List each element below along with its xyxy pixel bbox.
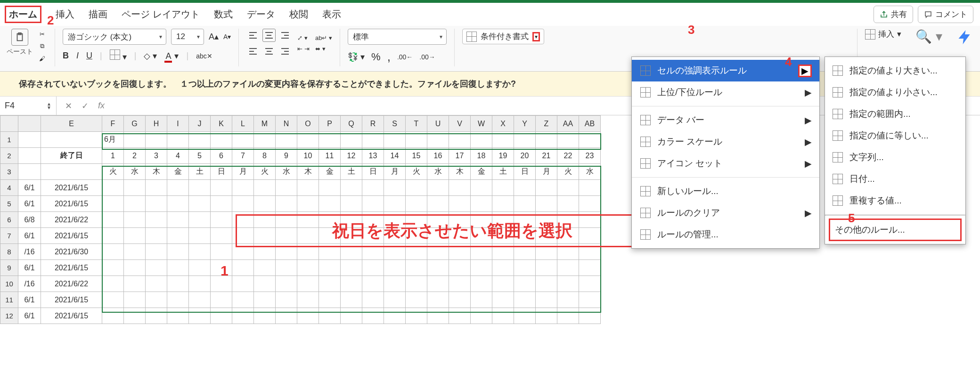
tab-formulas[interactable]: 数式 [214, 8, 233, 21]
row-header[interactable]: 7 [0, 228, 18, 244]
conditional-formatting-dropdown-arrow[interactable]: ▾ [532, 32, 540, 41]
row-header[interactable]: 1 [0, 132, 18, 148]
column-header[interactable]: F [102, 116, 124, 132]
cf-manage-rules[interactable]: ルールの管理... [632, 224, 819, 245]
formula-confirm-icon[interactable]: ✓ [82, 101, 89, 111]
font-size-select[interactable]: 12 [171, 29, 204, 45]
hl-text-contains[interactable]: 文字列... [825, 146, 965, 168]
conditional-formatting-button[interactable]: 条件付き書式 ▾ [462, 29, 544, 44]
copy-icon[interactable]: ⧉ [37, 41, 47, 51]
tab-view[interactable]: 表示 [322, 8, 341, 21]
column-header[interactable]: O [297, 116, 319, 132]
row-header[interactable]: 8 [0, 244, 18, 260]
cf-new-rule[interactable]: 新しいルール... [632, 180, 819, 202]
increase-decimal-button[interactable]: .00← [397, 53, 413, 61]
row-header[interactable]: 3 [0, 164, 18, 180]
column-header[interactable]: N [276, 116, 297, 132]
fx-icon[interactable]: fx [98, 101, 105, 111]
hl-duplicate-values[interactable]: 重複する値... [825, 190, 965, 211]
format-painter-icon[interactable]: 🖌 [37, 53, 47, 64]
hl-more-rules[interactable]: その他のルール... [829, 219, 962, 241]
find-select-button[interactable]: 🔍 ▾ [915, 29, 942, 44]
tab-review[interactable]: 校閲 [289, 8, 308, 21]
column-header[interactable]: AB [579, 116, 601, 132]
italic-button[interactable]: I [76, 51, 79, 61]
column-header[interactable]: E [41, 116, 102, 132]
select-all-corner[interactable] [0, 116, 18, 132]
column-header[interactable]: P [319, 116, 341, 132]
cf-top-bottom-rules[interactable]: 上位/下位ルール▶ [632, 81, 819, 103]
cf-data-bars[interactable]: データ バー▶ [632, 109, 819, 131]
increase-font-icon[interactable]: A▴ [209, 32, 219, 42]
clear-format-button[interactable]: abc✕ [196, 52, 212, 60]
cf-clear-rules[interactable]: ルールのクリア▶ [632, 202, 819, 224]
column-header[interactable]: J [189, 116, 211, 132]
border-button[interactable]: ▾ [110, 49, 127, 62]
column-header[interactable]: W [471, 116, 492, 132]
column-header[interactable]: M [254, 116, 276, 132]
column-header[interactable]: Z [536, 116, 557, 132]
cf-icon-sets[interactable]: アイコン セット▶ [632, 153, 819, 174]
number-format-select[interactable]: 標準 [348, 29, 447, 45]
share-button[interactable]: 共有 [874, 6, 913, 23]
tab-page-layout[interactable]: ページ レイアウト [122, 8, 200, 21]
hl-less-than[interactable]: 指定の値より小さい... [825, 81, 965, 103]
bold-button[interactable]: B [63, 51, 69, 61]
formula-cancel-icon[interactable]: ✕ [65, 101, 72, 111]
wrap-text-button[interactable]: ab↵ ▾ [315, 34, 332, 41]
row-header[interactable]: 10 [0, 276, 18, 292]
decrease-font-icon[interactable]: A▾ [223, 33, 231, 41]
column-header[interactable]: T [406, 116, 427, 132]
comment-button[interactable]: コメント [918, 6, 973, 23]
font-name-select[interactable]: 游ゴシック (本文) [63, 29, 166, 45]
cell[interactable]: 6月 [102, 132, 124, 148]
hl-date-occurring[interactable]: 日付... [825, 168, 965, 190]
column-header[interactable]: I [167, 116, 189, 132]
tab-data[interactable]: データ [247, 8, 275, 21]
fill-color-button[interactable]: ◇ ▾ [144, 51, 157, 61]
column-header[interactable]: H [146, 116, 167, 132]
font-color-button[interactable]: A ▾ [164, 51, 179, 61]
hl-between[interactable]: 指定の範囲内... [825, 103, 965, 125]
column-header[interactable] [18, 116, 41, 132]
column-header[interactable]: G [124, 116, 146, 132]
column-header[interactable]: Q [341, 116, 362, 132]
tab-draw[interactable]: 描画 [89, 8, 107, 21]
row-header[interactable]: 5 [0, 196, 18, 212]
tab-home[interactable]: ホーム [5, 6, 41, 23]
cf-highlight-rules[interactable]: セルの強調表示ルール ▶ [632, 60, 819, 81]
tab-insert[interactable]: 挿入 [56, 8, 74, 21]
column-header[interactable]: U [427, 116, 449, 132]
column-header[interactable]: Y [514, 116, 536, 132]
indent-buttons[interactable]: ⇤ ⇥ [297, 45, 310, 52]
ribbon-insert-button[interactable]: 挿入 ▾ [865, 29, 901, 40]
row-header[interactable]: 2 [0, 148, 18, 164]
spreadsheet-grid[interactable]: EFGHIJKLMNOPQRSTUVWXYZAAAB 16月2終了日123456… [0, 115, 601, 324]
currency-button[interactable]: 💱 ▾ [348, 52, 365, 62]
name-box[interactable]: F4 ▲▼ [0, 97, 57, 115]
column-header[interactable]: L [232, 116, 254, 132]
row-header[interactable]: 4 [0, 180, 18, 196]
row-header[interactable]: 9 [0, 260, 18, 276]
row-header[interactable]: 11 [0, 292, 18, 308]
row-header[interactable]: 6 [0, 212, 18, 228]
decrease-decimal-button[interactable]: .00→ [419, 53, 435, 61]
cf-color-scales[interactable]: カラー スケール▶ [632, 131, 819, 153]
percent-button[interactable]: % [371, 51, 381, 63]
merge-button[interactable]: ⬌ ▾ [315, 45, 332, 52]
hl-equal-to[interactable]: 指定の値に等しい... [825, 125, 965, 146]
comma-button[interactable]: , [387, 49, 391, 64]
hl-greater-than[interactable]: 指定の値より大きい... [825, 60, 965, 81]
row-header[interactable]: 12 [0, 308, 18, 324]
end-date-header[interactable]: 終了日 [41, 148, 102, 164]
column-header[interactable]: AA [557, 116, 579, 132]
column-header[interactable]: V [449, 116, 471, 132]
column-header[interactable]: X [492, 116, 514, 132]
column-header[interactable]: S [384, 116, 406, 132]
underline-button[interactable]: U [86, 51, 92, 61]
column-header[interactable]: K [211, 116, 232, 132]
orientation-button[interactable]: ⤢ ▾ [297, 34, 310, 41]
ideas-button[interactable] [956, 29, 973, 47]
paste-icon[interactable] [11, 29, 28, 46]
column-header[interactable]: R [362, 116, 384, 132]
